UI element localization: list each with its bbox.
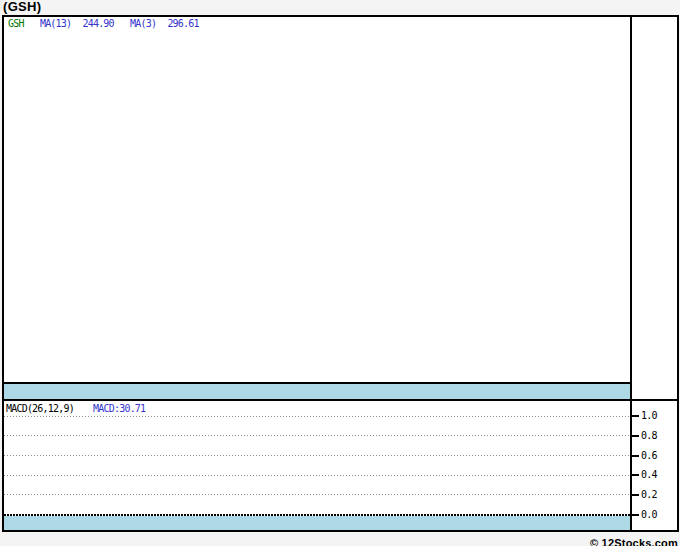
page-title: (GSH) — [3, 0, 41, 14]
macd-value-label: MACD:30.71 — [93, 403, 145, 414]
price-panel-legend: GSH MA(13) 244.90 MA(3) 296.61 — [8, 18, 199, 31]
macd-axis-label: 0.4 — [641, 469, 657, 480]
macd-params-label: MACD(26,12,9) — [6, 403, 74, 414]
macd-axis-label: 0.8 — [641, 430, 657, 441]
macd-axis-tick — [630, 415, 639, 417]
macd-bottom-band — [4, 516, 630, 530]
axis-divider — [630, 17, 632, 530]
macd-axis-label: 0.2 — [641, 489, 657, 500]
chart-frame: GSH MA(13) 244.90 MA(3) 296.61 MACD(26,1… — [2, 15, 679, 532]
gridline-0.6 — [4, 455, 630, 456]
macd-legend: MACD(26,12,9) MACD:30.71 — [6, 402, 145, 415]
gridline-0.2 — [4, 494, 630, 495]
macd-axis-tick — [630, 435, 639, 437]
legend-ma3-label: MA(3) — [130, 18, 156, 30]
legend-ma3-value: 296.61 — [167, 18, 198, 30]
macd-axis-label: 1.0 — [641, 410, 657, 421]
gridline-1.0 — [4, 416, 630, 417]
macd-axis-tick — [630, 455, 639, 457]
macd-panel-top-border — [4, 399, 677, 401]
legend-ma13-value: 244.90 — [82, 18, 113, 30]
gridline-0.4 — [4, 475, 630, 476]
legend-symbol: GSH — [8, 18, 24, 30]
credit-link[interactable]: © 12Stocks.com — [590, 537, 680, 546]
gridline-0.8 — [4, 435, 630, 436]
macd-axis-tick — [630, 514, 639, 516]
macd-axis-tick — [630, 474, 639, 476]
macd-axis-tick — [630, 494, 639, 496]
credit-bar: © 12Stocks.com — [0, 533, 680, 546]
macd-axis-label: 0.6 — [641, 450, 657, 461]
separator-band — [4, 384, 630, 399]
legend-ma13-label: MA(13) — [40, 18, 71, 30]
macd-axis-label: 0.0 — [641, 509, 657, 520]
stock-chart-page: (GSH) GSH MA(13) 244.90 MA(3) 296.61 MAC… — [0, 0, 680, 546]
